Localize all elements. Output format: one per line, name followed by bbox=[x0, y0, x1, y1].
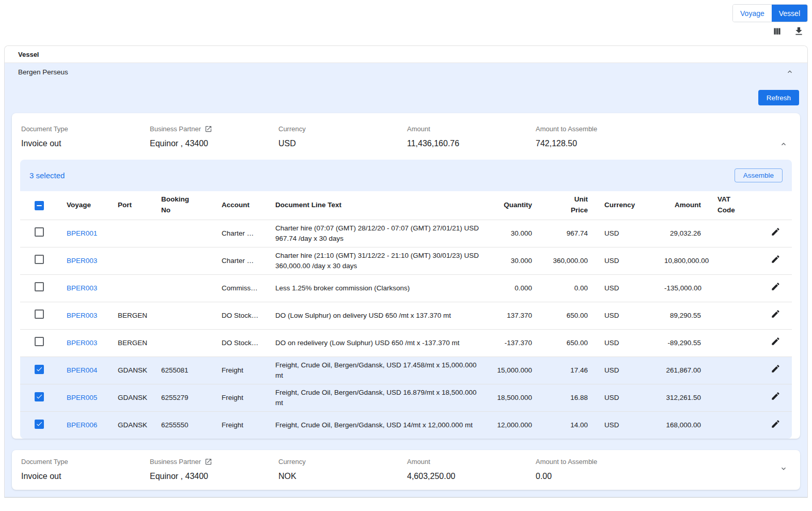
edit-icon[interactable] bbox=[771, 419, 781, 429]
document-field: Amount to Assemble0.00 bbox=[536, 458, 664, 481]
selection-bar: 3 selected Assemble bbox=[20, 160, 792, 191]
columns-icon[interactable] bbox=[772, 26, 783, 37]
account-cell: Freight bbox=[213, 411, 267, 439]
quantity-cell: 18,500.000 bbox=[488, 384, 540, 411]
select-all-checkbox[interactable] bbox=[35, 201, 44, 210]
port-cell: GDANSK bbox=[110, 384, 153, 411]
refresh-button[interactable]: Refresh bbox=[758, 90, 799, 105]
field-label: Amount to Assemble bbox=[536, 458, 664, 466]
voyage-toggle-button[interactable]: Voyage bbox=[733, 5, 772, 22]
row-checkbox[interactable] bbox=[35, 255, 44, 264]
booking-no-cell: 6255550 bbox=[153, 411, 213, 439]
vat-code-cell bbox=[709, 247, 759, 274]
edit-icon[interactable] bbox=[771, 227, 781, 237]
document-line-text-cell: Freight, Crude Oil, Bergen/Gdansk, USD 1… bbox=[267, 384, 488, 411]
table-row: BPER006GDANSK6255550FreightFreight, Crud… bbox=[20, 411, 792, 439]
row-checkbox[interactable] bbox=[35, 227, 44, 237]
row-checkbox[interactable] bbox=[35, 420, 44, 429]
quantity-cell: 0.000 bbox=[488, 274, 540, 302]
unit-price-cell: 16.88 bbox=[540, 384, 596, 411]
document-summary: Document TypeInvoice outBusiness Partner… bbox=[12, 113, 800, 160]
field-value: NOK bbox=[278, 472, 407, 481]
table-toolbar bbox=[772, 26, 804, 37]
currency-cell: USD bbox=[596, 302, 656, 329]
field-value: Equinor , 43400 bbox=[150, 139, 278, 148]
field-value: 4,603,250.00 bbox=[407, 472, 536, 481]
expand-group-icon[interactable] bbox=[779, 464, 788, 473]
download-icon[interactable] bbox=[793, 26, 804, 37]
account-cell: Freight bbox=[213, 357, 267, 384]
edit-icon[interactable] bbox=[771, 391, 781, 401]
booking-no-cell: 6255279 bbox=[153, 384, 213, 411]
vat-code-cell bbox=[709, 329, 759, 357]
account-cell: DO Stock (L... bbox=[213, 329, 267, 357]
row-checkbox[interactable] bbox=[35, 282, 44, 291]
invoice-group-card-usd: Document TypeInvoice outBusiness Partner… bbox=[12, 113, 800, 439]
voyage-link[interactable]: BPER003 bbox=[67, 312, 97, 319]
account-cell: Charter Hire bbox=[213, 247, 267, 274]
account-cell: Commission bbox=[213, 274, 267, 302]
voyage-link[interactable]: BPER006 bbox=[67, 421, 97, 429]
document-field: Amount4,603,250.00 bbox=[407, 458, 536, 481]
edit-icon[interactable] bbox=[771, 254, 781, 265]
field-label: Amount bbox=[407, 125, 536, 133]
voyage-link[interactable]: BPER005 bbox=[67, 394, 97, 401]
col-booking-no: Booking No bbox=[153, 191, 213, 220]
edit-icon[interactable] bbox=[771, 282, 781, 292]
vessel-toggle-button[interactable]: Vessel bbox=[772, 5, 807, 22]
edit-icon[interactable] bbox=[771, 336, 781, 347]
assemble-button[interactable]: Assemble bbox=[735, 168, 783, 182]
voyage-link[interactable]: BPER004 bbox=[67, 366, 97, 374]
voyage-link[interactable]: BPER003 bbox=[67, 257, 97, 265]
document-line-text-cell: Less 1.25% broker commission (Clarksons) bbox=[267, 274, 488, 302]
row-checkbox[interactable] bbox=[35, 309, 44, 319]
field-label: Currency bbox=[278, 458, 407, 466]
booking-no-cell bbox=[153, 302, 213, 329]
line-items-body: BPER001Charter HireCharter hire (07:07 (… bbox=[20, 220, 792, 439]
vat-code-cell bbox=[709, 384, 759, 411]
vat-code-cell bbox=[709, 274, 759, 302]
document-line-text-cell: Charter hire (21:10 (GMT) 31/12/22 - 21:… bbox=[267, 247, 488, 274]
currency-cell: USD bbox=[596, 329, 656, 357]
account-cell: Charter Hire bbox=[213, 220, 267, 247]
open-in-new-icon[interactable] bbox=[205, 125, 212, 133]
row-checkbox[interactable] bbox=[35, 337, 44, 346]
quantity-cell: 15,000.000 bbox=[488, 357, 540, 384]
account-cell: DO Stock (L... bbox=[213, 302, 267, 329]
vessel-group-header[interactable]: Bergen Perseus bbox=[5, 63, 807, 81]
edit-icon[interactable] bbox=[771, 309, 781, 319]
document-field: Amount11,436,160.76 bbox=[407, 125, 536, 148]
document-line-text-cell: Charter hire (07:07 (GMT) 28/12/20 - 07:… bbox=[267, 220, 488, 247]
port-cell bbox=[110, 274, 153, 302]
vessel-name: Bergen Perseus bbox=[18, 68, 68, 76]
unit-price-cell: 17.46 bbox=[540, 357, 596, 384]
quantity-cell: 30.000 bbox=[488, 247, 540, 274]
booking-no-cell bbox=[153, 274, 213, 302]
document-field: Amount to Assemble742,128.50 bbox=[536, 125, 664, 148]
table-row: BPER003CommissionLess 1.25% broker commi… bbox=[20, 274, 792, 302]
edit-icon[interactable] bbox=[771, 364, 781, 374]
vat-code-cell bbox=[709, 302, 759, 329]
table-row: BPER004GDANSK6255081FreightFreight, Crud… bbox=[20, 357, 792, 384]
field-label: Amount to Assemble bbox=[536, 125, 664, 133]
chevron-up-icon[interactable] bbox=[786, 68, 794, 76]
port-cell bbox=[110, 220, 153, 247]
row-checkbox[interactable] bbox=[35, 392, 44, 401]
field-label: Currency bbox=[278, 125, 407, 133]
voyage-link[interactable]: BPER003 bbox=[67, 339, 97, 347]
field-label: Business Partner bbox=[150, 125, 278, 133]
col-currency: Currency bbox=[596, 191, 656, 220]
voyage-link[interactable]: BPER003 bbox=[67, 284, 97, 292]
account-cell: Freight bbox=[213, 384, 267, 411]
open-in-new-icon[interactable] bbox=[205, 458, 212, 466]
booking-no-cell: 6255081 bbox=[153, 357, 213, 384]
voyage-link[interactable]: BPER001 bbox=[67, 229, 97, 237]
document-line-text-cell: DO on redelivery (Low Sulphur) USD 650 /… bbox=[267, 329, 488, 357]
quantity-cell: 30.000 bbox=[488, 220, 540, 247]
collapse-group-icon[interactable] bbox=[779, 140, 788, 148]
table-header-row: Voyage Port Booking No Account Document … bbox=[20, 191, 792, 220]
table-row: BPER005GDANSK6255279FreightFreight, Crud… bbox=[20, 384, 792, 411]
row-checkbox[interactable] bbox=[35, 365, 44, 374]
quantity-cell: 12,000.000 bbox=[488, 411, 540, 439]
vat-code-cell bbox=[709, 357, 759, 384]
